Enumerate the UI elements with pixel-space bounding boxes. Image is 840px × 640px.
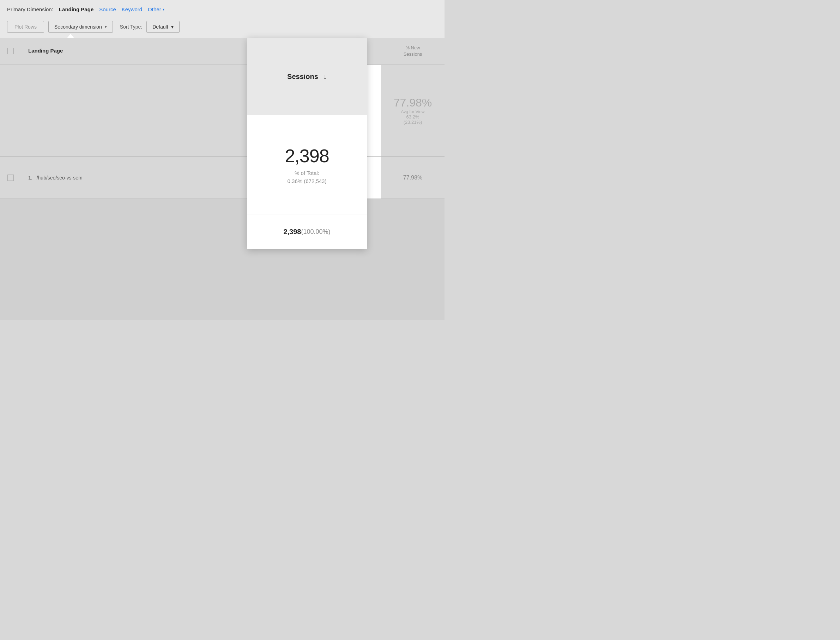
total-pct-avg-label: Avg for View bbox=[401, 109, 425, 114]
total-row-check-cell bbox=[0, 65, 21, 156]
total-row: 77.98% Avg for View 63.2% (23.21%) bbox=[0, 65, 444, 157]
primary-dimension-area: Primary Dimension: Landing Page Source K… bbox=[0, 0, 444, 38]
table-area: Landing Page % NewSessions 77.98% Avg fo… bbox=[0, 38, 444, 320]
header-checkbox[interactable] bbox=[7, 48, 14, 54]
row1-landing-page-cell: 1. /hub/seo/seo-vs-sem bbox=[21, 157, 261, 198]
row1-pct-new-sessions-cell: 77.98% bbox=[381, 157, 444, 198]
sessions-popover-body: 2,398 % of Total: 0.36% (672,543) bbox=[247, 115, 367, 214]
other-dimension-link[interactable]: Other ▾ bbox=[148, 6, 164, 12]
header-checkbox-cell bbox=[0, 38, 21, 64]
sessions-total-value: 2,398 bbox=[285, 145, 329, 166]
sessions-popover-footer: 2,398 (100.00%) bbox=[247, 214, 367, 249]
primary-dimension-active: Landing Page bbox=[59, 6, 93, 12]
row1-number: 1. bbox=[28, 175, 32, 181]
total-pct-diff-value: (23.21%) bbox=[404, 120, 422, 125]
plot-rows-button[interactable]: Plot Rows bbox=[7, 21, 44, 33]
sessions-sort-arrow-icon: ↓ bbox=[323, 73, 327, 81]
sort-type-label: Sort Type: bbox=[120, 24, 143, 30]
primary-dimension-label: Primary Dimension: bbox=[7, 6, 53, 12]
row1-landing-page-content: 1. /hub/seo/seo-vs-sem bbox=[28, 175, 83, 181]
sort-type-default-label: Default bbox=[152, 24, 168, 30]
landing-page-column-header: Landing Page bbox=[21, 38, 261, 64]
other-chevron-icon: ▾ bbox=[163, 7, 164, 11]
keyword-dimension-link[interactable]: Keyword bbox=[122, 6, 142, 12]
row1-url[interactable]: /hub/seo/seo-vs-sem bbox=[37, 175, 83, 181]
row1-checkbox[interactable] bbox=[7, 174, 14, 181]
row1-check-cell bbox=[0, 157, 21, 198]
secondary-dimension-button[interactable]: Secondary dimension ▾ bbox=[48, 21, 113, 33]
toolbar-row: Plot Rows Secondary dimension ▾ Sort Typ… bbox=[0, 16, 444, 38]
pct-new-sessions-label: % NewSessions bbox=[404, 45, 422, 58]
primary-dimension-bar: Primary Dimension: Landing Page Source K… bbox=[0, 0, 444, 16]
sort-type-chevron-icon: ▾ bbox=[171, 24, 173, 30]
row1-sessions-value: 2,398 bbox=[283, 228, 301, 236]
source-dimension-link[interactable]: Source bbox=[99, 6, 116, 12]
sessions-popover-header[interactable]: Sessions ↓ bbox=[247, 38, 367, 115]
secondary-dimension-chevron-icon: ▾ bbox=[105, 25, 107, 29]
sort-type-button[interactable]: Default ▾ bbox=[146, 21, 179, 33]
total-pct-avg-value: 63.2% bbox=[406, 114, 420, 120]
total-row-pct-new-sessions-cell: 77.98% Avg for View 63.2% (23.21%) bbox=[381, 65, 444, 156]
sessions-column-label: Sessions bbox=[287, 73, 318, 81]
secondary-dimension-label: Secondary dimension bbox=[55, 24, 102, 30]
row1-sessions-pct: (100.00%) bbox=[301, 228, 330, 235]
total-row-landing-page-cell bbox=[21, 65, 261, 156]
total-pct-new-value: 77.98% bbox=[394, 96, 432, 109]
pct-new-sessions-column-header: % NewSessions bbox=[381, 38, 444, 64]
sessions-pct-of-total-label: % of Total: bbox=[295, 170, 319, 176]
table-row: 1. /hub/seo/seo-vs-sem 77.98% bbox=[0, 157, 444, 199]
table-header: Landing Page % NewSessions bbox=[0, 38, 444, 65]
sessions-popover: Sessions ↓ 2,398 % of Total: 0.36% (672,… bbox=[247, 38, 367, 249]
sessions-pct-of-total-value: 0.36% (672,543) bbox=[287, 178, 327, 184]
row1-pct-new-value: 77.98% bbox=[403, 174, 422, 181]
other-dimension-label: Other bbox=[148, 6, 161, 12]
